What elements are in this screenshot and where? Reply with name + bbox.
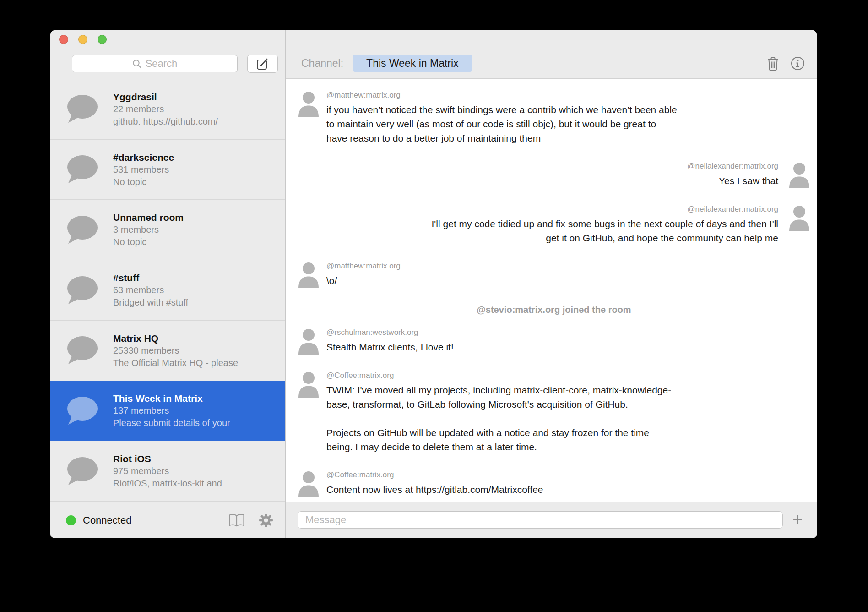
search-input[interactable]: Search: [72, 55, 238, 72]
connection-status-icon: [66, 515, 76, 525]
room-name: Matrix HQ: [113, 332, 238, 344]
plus-icon: +: [792, 510, 803, 530]
minimize-window-button[interactable]: [78, 35, 87, 44]
chat-message: @rschulman:westwork.org Stealth Matrix c…: [298, 328, 810, 355]
attach-button[interactable]: +: [788, 508, 807, 530]
connection-status-label: Connected: [83, 514, 131, 526]
room-avatar-bubble-icon: [65, 336, 98, 365]
window-controls: [59, 35, 107, 44]
room-list-item-darkscience[interactable]: #darkscience 531 members No topic: [50, 140, 285, 200]
message-input[interactable]: [298, 511, 783, 529]
room-info-button[interactable]: [791, 56, 805, 71]
message-sender: @matthew:matrix.org: [326, 91, 810, 100]
channel-name-token[interactable]: This Week in Matrix: [353, 55, 472, 72]
room-topic: Bridged with #stuff: [113, 296, 188, 309]
leave-room-button[interactable]: [767, 56, 779, 71]
room-avatar-bubble-icon: [65, 396, 98, 426]
room-name: Riot iOS: [113, 453, 222, 465]
room-list-item-matrix-hq[interactable]: Matrix HQ 25330 members The Official Mat…: [50, 321, 285, 381]
trash-icon: [767, 56, 779, 71]
room-topic: No topic: [113, 236, 184, 248]
room-topic: Please submit details of your: [113, 417, 230, 429]
room-list-item-unnamed-room[interactable]: Unnamed room 3 members No topic: [50, 200, 285, 260]
chat-message: @neilalexander:matrix.org I'll get my co…: [298, 205, 810, 245]
room-member-count: 137 members: [113, 404, 230, 417]
message-sender: @neilalexander:matrix.org: [298, 205, 778, 214]
sidebar-footer: Connected: [50, 502, 285, 538]
room-member-count: 3 members: [113, 224, 184, 236]
room-avatar-bubble-icon: [65, 215, 98, 245]
search-icon: [132, 59, 142, 69]
settings-button[interactable]: [259, 513, 273, 528]
composer-bar: +: [286, 502, 817, 538]
user-avatar-icon: [298, 262, 320, 288]
book-icon: [228, 514, 245, 527]
room-member-count: 25330 members: [113, 344, 238, 357]
user-avatar-icon: [298, 470, 320, 497]
close-window-button[interactable]: [59, 35, 68, 44]
chat-message: @matthew:matrix.org if you haven’t notic…: [298, 91, 810, 145]
info-icon: [791, 56, 805, 71]
directory-button[interactable]: [228, 514, 245, 527]
room-name: Unnamed room: [113, 211, 184, 224]
message-sender: @Coffee:matrix.org: [326, 371, 810, 380]
room-avatar-bubble-icon: [65, 457, 98, 486]
sidebar-header: Search: [50, 30, 285, 79]
room-topic: The Official Matrix HQ - please: [113, 357, 238, 369]
room-list-item-stuff[interactable]: #stuff 63 members Bridged with #stuff: [50, 260, 285, 321]
room-list-item-this-week-in-matrix[interactable]: This Week in Matrix 137 members Please s…: [50, 381, 285, 442]
chat-message: @matthew:matrix.org \o/: [298, 262, 810, 288]
message-text: \o/: [326, 273, 810, 288]
user-avatar-icon: [298, 371, 320, 398]
room-topic: github: https://github.com/: [113, 115, 218, 128]
message-sender: @Coffee:matrix.org: [326, 470, 810, 480]
message-sender: @matthew:matrix.org: [326, 262, 810, 271]
message-text: Yes I saw that: [298, 174, 778, 188]
room-list-item-riot-ios[interactable]: Riot iOS 975 members Riot/iOS, matrix-io…: [50, 441, 285, 502]
message-text: Stealth Matrix clients, I love it!: [326, 340, 810, 354]
compose-icon: [256, 58, 269, 70]
chat-message: @neilalexander:matrix.org Yes I saw that: [298, 162, 810, 188]
message-text: TWIM: I've moved all my projects, includ…: [326, 383, 810, 454]
user-avatar-icon: [298, 91, 320, 117]
chat-header: Channel: This Week in Matrix: [286, 30, 817, 79]
user-avatar-icon: [788, 162, 810, 188]
room-name: #darkscience: [113, 151, 174, 164]
room-member-count: 63 members: [113, 284, 188, 296]
message-sender: @neilalexander:matrix.org: [298, 162, 778, 171]
gear-icon: [259, 513, 273, 528]
room-member-count: 975 members: [113, 465, 222, 477]
app-window: Search Yggdrasil 22 members: [50, 30, 817, 538]
chat-message: @Coffee:matrix.org TWIM: I've moved all …: [298, 371, 810, 454]
chat-message: @Coffee:matrix.org Content now lives at …: [298, 470, 810, 497]
sidebar: Search Yggdrasil 22 members: [50, 30, 286, 538]
room-member-count: 531 members: [113, 164, 174, 176]
desktop-background: Search Yggdrasil 22 members: [0, 0, 868, 612]
room-member-count: 22 members: [113, 103, 218, 115]
room-name: Yggdrasil: [113, 91, 218, 103]
room-list-item-yggdrasil[interactable]: Yggdrasil 22 members github: https://git…: [50, 79, 285, 140]
room-membership-notice: @stevio:matrix.org joined the room: [298, 305, 810, 315]
room-topic: Riot/iOS, matrix-ios-kit and: [113, 477, 222, 490]
zoom-window-button[interactable]: [98, 35, 107, 44]
channel-label: Channel:: [301, 57, 343, 70]
message-sender: @rschulman:westwork.org: [326, 328, 810, 337]
room-avatar-bubble-icon: [65, 276, 98, 305]
room-name: This Week in Matrix: [113, 392, 230, 404]
room-name: #stuff: [113, 272, 188, 284]
compose-button[interactable]: [247, 55, 278, 73]
message-timeline[interactable]: @matthew:matrix.org if you haven’t notic…: [286, 79, 817, 502]
room-topic: No topic: [113, 176, 174, 188]
message-text: Content now lives at https://gitlab.com/…: [326, 482, 810, 497]
search-placeholder: Search: [146, 58, 178, 70]
room-avatar-bubble-icon: [65, 94, 98, 124]
room-list: Yggdrasil 22 members github: https://git…: [50, 79, 285, 502]
message-text: I'll get my code tidied up and fix some …: [298, 217, 778, 245]
user-avatar-icon: [298, 328, 320, 355]
chat-pane: Channel: This Week in Matrix: [286, 30, 817, 538]
user-avatar-icon: [788, 205, 810, 231]
message-text: if you haven’t noticed the swift binding…: [326, 103, 810, 145]
room-avatar-bubble-icon: [65, 155, 98, 184]
